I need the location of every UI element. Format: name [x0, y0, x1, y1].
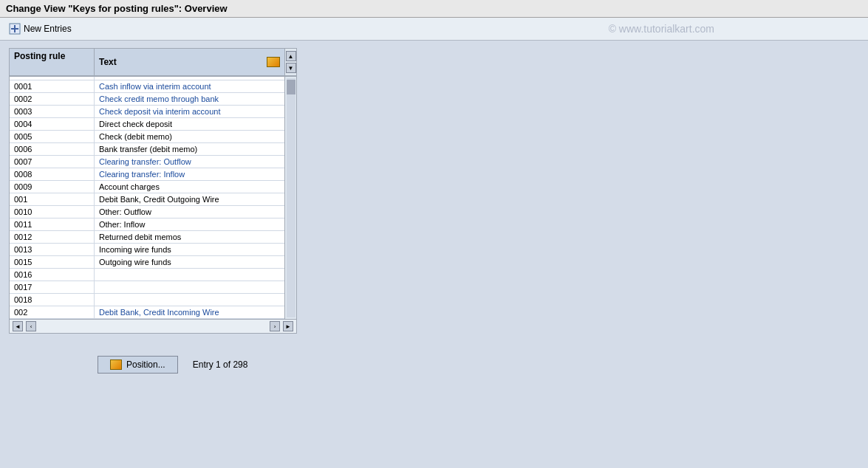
cell-posting-rule: 002 [10, 306, 95, 318]
cell-text: Check deposit via interim account [95, 106, 284, 117]
table-rows: 0001Cash inflow via interim account0002C… [10, 77, 284, 319]
table-row[interactable]: 0012Returned debit memos [10, 231, 284, 244]
nav-arrows-left: ◄ ‹ [13, 321, 36, 331]
page-title: Change View "Keys for posting rules": Ov… [6, 3, 228, 14]
table-row[interactable]: 0008Clearing transfer: Inflow [10, 168, 284, 181]
cell-text: Other: Inflow [95, 218, 284, 230]
scrollbar-right[interactable] [284, 77, 296, 319]
table-row[interactable]: 0010Other: Outflow [10, 206, 284, 218]
cell-text: Cash inflow via interim account [95, 80, 284, 92]
table-row[interactable]: 0017 [10, 281, 284, 294]
nav-arrow-left[interactable]: ‹ [26, 321, 36, 331]
cell-posting-rule: 0007 [10, 156, 95, 168]
table-row[interactable]: 0005Check (debit memo) [10, 131, 284, 143]
nav-arrow-left-first[interactable]: ◄ [13, 321, 23, 331]
title-bar: Change View "Keys for posting rules": Ov… [0, 0, 868, 18]
table-row[interactable]: 0007Clearing transfer: Outflow [10, 156, 284, 168]
nav-arrow-right-last[interactable]: ► [283, 321, 293, 331]
table-row[interactable]: 0004Direct check deposit [10, 118, 284, 131]
table-row[interactable]: 0015Outgoing wire funds [10, 256, 284, 269]
table-footer: ◄ ‹ › ► [10, 319, 296, 333]
cell-posting-rule: 0003 [10, 106, 95, 117]
table-header: Posting rule Text ▲ ▼ [10, 49, 296, 77]
cell-posting-rule: 0011 [10, 218, 95, 230]
watermark: © www.tutorialkart.com [609, 23, 714, 35]
table-row[interactable]: 001Debit Bank, Credit Outgoing Wire [10, 193, 284, 206]
table-row[interactable]: 0003Check deposit via interim account [10, 106, 284, 118]
cell-text: Outgoing wire funds [95, 256, 284, 268]
cell-text: Debit Bank, Credit Outgoing Wire [95, 193, 284, 205]
nav-arrow-right[interactable]: › [270, 321, 280, 331]
new-entries-label: New Entries [24, 24, 72, 34]
table-row[interactable]: 0001Cash inflow via interim account [10, 80, 284, 93]
table-row[interactable]: 0002Check credit memo through bank [10, 93, 284, 106]
cell-posting-rule: 001 [10, 193, 95, 205]
cell-text: Clearing transfer: Inflow [95, 168, 284, 180]
th-text-label: Text [99, 57, 117, 67]
cell-text: Clearing transfer: Outflow [95, 156, 284, 168]
cell-posting-rule [10, 77, 95, 80]
cell-text [95, 294, 284, 306]
cell-text: Other: Outflow [95, 206, 284, 218]
column-settings-icon[interactable] [267, 57, 280, 67]
cell-text: Incoming wire funds [95, 244, 284, 255]
toolbar: New Entries © www.tutorialkart.com [0, 18, 868, 41]
position-icon [110, 359, 122, 370]
cell-text: Bank transfer (debit memo) [95, 143, 284, 155]
cell-text: Direct check deposit [95, 118, 284, 130]
main-content: Posting rule Text ▲ ▼ 0001Cash inflow vi… [0, 41, 868, 381]
cell-posting-rule: 0010 [10, 206, 95, 218]
cell-posting-rule: 0018 [10, 294, 95, 306]
table-row[interactable]: 0013Incoming wire funds [10, 244, 284, 256]
cell-posting-rule: 0017 [10, 281, 95, 293]
table-row[interactable]: 0011Other: Inflow [10, 218, 284, 231]
scroll-track [287, 78, 295, 317]
cell-posting-rule: 0001 [10, 80, 95, 92]
new-entries-button[interactable]: New Entries [6, 21, 75, 36]
cell-posting-rule: 0006 [10, 143, 95, 155]
table-body-wrapper: 0001Cash inflow via interim account0002C… [10, 77, 296, 319]
cell-posting-rule: 0008 [10, 168, 95, 180]
table-row[interactable]: 0006Bank transfer (debit memo) [10, 143, 284, 156]
table-row[interactable]: 0018 [10, 294, 284, 306]
scroll-thumb [287, 80, 295, 94]
cell-posting-rule: 0009 [10, 181, 95, 193]
th-posting-rule: Posting rule [10, 49, 95, 75]
cell-text: Check credit memo through bank [95, 93, 284, 105]
cell-text: Account charges [95, 181, 284, 193]
cell-text [95, 281, 284, 293]
scroll-down-btn[interactable]: ▼ [286, 63, 296, 73]
cell-text [95, 77, 284, 80]
scroll-up-btn[interactable]: ▲ [286, 51, 296, 61]
table-container: Posting rule Text ▲ ▼ 0001Cash inflow vi… [9, 48, 297, 334]
cell-posting-rule: 0005 [10, 131, 95, 142]
cell-posting-rule: 0004 [10, 118, 95, 130]
cell-posting-rule: 0013 [10, 244, 95, 255]
cell-text: Returned debit memos [95, 231, 284, 243]
nav-arrows-right: › ► [270, 321, 293, 331]
th-text-wrapper: Text [95, 49, 284, 75]
table-row[interactable]: 002Debit Bank, Credit Incoming Wire [10, 306, 284, 319]
position-button[interactable]: Position... [98, 356, 178, 374]
bottom-bar: Position... Entry 1 of 298 [9, 356, 859, 374]
position-label: Position... [126, 359, 165, 370]
cell-text [95, 269, 284, 281]
entry-info: Entry 1 of 298 [193, 359, 248, 370]
cell-posting-rule: 0002 [10, 93, 95, 105]
cell-posting-rule: 0015 [10, 256, 95, 268]
table-row[interactable]: 0009Account charges [10, 181, 284, 193]
cell-text: Debit Bank, Credit Incoming Wire [95, 306, 284, 318]
new-entries-icon [9, 23, 21, 35]
cell-text: Check (debit memo) [95, 131, 284, 142]
header-scrollbar: ▲ ▼ [284, 49, 296, 75]
cell-posting-rule: 0016 [10, 269, 95, 281]
table-row[interactable]: 0016 [10, 269, 284, 281]
cell-posting-rule: 0012 [10, 231, 95, 243]
